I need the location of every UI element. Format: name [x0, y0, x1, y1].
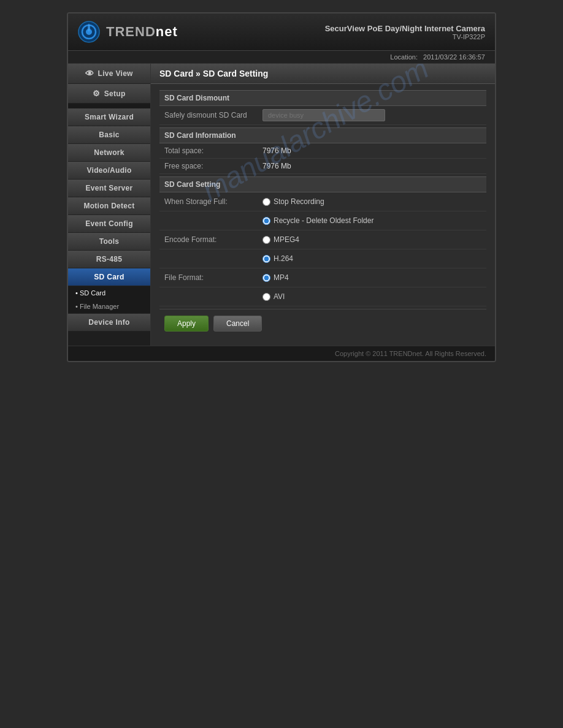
total-space-value: 7976 Mb: [258, 143, 486, 159]
location-label: Location:: [390, 53, 418, 61]
avi-label: AVI: [274, 292, 285, 301]
empty-cell-3: [159, 287, 258, 306]
content-inner: SD Card Dismount Safely dismount SD Card…: [151, 84, 495, 344]
table-row: Safely dismount SD Card: [159, 106, 486, 125]
sidebar: 👁 Live View ⚙ Setup Smart Wizard Basic N…: [68, 64, 151, 346]
live-view-icon: 👁: [85, 69, 94, 78]
mp4-option[interactable]: MP4: [262, 271, 481, 284]
dismount-table: Safely dismount SD Card: [159, 106, 486, 125]
apply-button[interactable]: Apply: [164, 316, 209, 332]
page-title: SD Card » SD Card Setting: [151, 64, 495, 84]
location-value: 2011/03/22 16:36:57: [423, 53, 485, 61]
sidebar-item-video-audio[interactable]: Video/Audio: [68, 162, 150, 180]
avi-option[interactable]: AVI: [262, 290, 481, 303]
sidebar-item-event-server[interactable]: Event Server: [68, 180, 150, 197]
live-view-button[interactable]: 👁 Live View: [68, 64, 150, 84]
mp4-radio[interactable]: [262, 274, 270, 282]
table-row: Total space: 7976 Mb: [159, 143, 486, 159]
section-header-dismount: SD Card Dismount: [159, 90, 486, 106]
encode-option-h264: H.264: [258, 249, 486, 268]
information-table: Total space: 7976 Mb Free space: 7976 Mb: [159, 143, 486, 174]
location-bar: Location: 2011/03/22 16:36:57: [68, 51, 495, 64]
h264-radio[interactable]: [262, 255, 270, 263]
table-row: Recycle - Delete Oldest Folder: [159, 211, 486, 230]
live-view-label: Live View: [98, 69, 133, 78]
table-row: AVI: [159, 287, 486, 306]
header: TRENDnet SecurView PoE Day/Night Interne…: [68, 13, 495, 51]
logo-text: TRENDnet: [106, 24, 178, 40]
empty-cell: [159, 211, 258, 230]
h264-option[interactable]: H.264: [262, 252, 481, 265]
storage-option-recycle: Recycle - Delete Oldest Folder: [258, 211, 486, 230]
dismount-input-cell: [258, 106, 486, 125]
h264-label: H.264: [274, 254, 293, 263]
sidebar-item-device-info[interactable]: Device Info: [68, 314, 150, 332]
sd-card-submenu: • SD Card • File Manager: [68, 286, 150, 314]
recycle-label: Recycle - Delete Oldest Folder: [274, 216, 373, 225]
recycle-radio[interactable]: [262, 217, 270, 225]
file-option-avi: AVI: [258, 287, 486, 306]
footer-text: Copyright © 2011 TRENDnet. All Rights Re…: [335, 350, 486, 357]
total-space-label: Total space:: [159, 143, 258, 159]
mp4-label: MP4: [274, 273, 289, 282]
sidebar-item-motion-detect[interactable]: Motion Detect: [68, 197, 150, 215]
storage-option-stop: Stop Recording: [258, 192, 486, 211]
sd-card-sub-file-manager[interactable]: • File Manager: [68, 300, 150, 313]
sidebar-item-smart-wizard[interactable]: Smart Wizard: [68, 108, 150, 126]
sidebar-item-basic[interactable]: Basic: [68, 126, 150, 144]
setting-table: When Storage Full: Stop Recording: [159, 192, 486, 306]
avi-radio[interactable]: [262, 293, 270, 301]
when-storage-full-label: When Storage Full:: [159, 192, 258, 211]
footer: Copyright © 2011 TRENDnet. All Rights Re…: [68, 346, 495, 361]
sidebar-item-sd-card[interactable]: SD Card: [68, 268, 150, 286]
stop-recording-radio[interactable]: [262, 198, 270, 206]
camera-model: TV-IP322P: [325, 33, 485, 40]
camera-title: SecurView PoE Day/Night Internet Camera: [325, 24, 485, 33]
recycle-option[interactable]: Recycle - Delete Oldest Folder: [262, 214, 481, 227]
sidebar-item-network[interactable]: Network: [68, 144, 150, 162]
table-row: When Storage Full: Stop Recording: [159, 192, 486, 211]
logo-net: net: [156, 24, 178, 39]
cancel-button[interactable]: Cancel: [213, 316, 262, 332]
encode-option-mpeg4: MPEG4: [258, 230, 486, 249]
encode-format-label: Encode Format:: [159, 230, 258, 249]
free-space-value: 7976 Mb: [258, 159, 486, 174]
logo-area: TRENDnet: [78, 21, 178, 43]
sidebar-item-tools[interactable]: Tools: [68, 233, 150, 251]
mpeg4-label: MPEG4: [274, 235, 299, 244]
file-format-label: File Format:: [159, 268, 258, 287]
table-row: Encode Format: MPEG4: [159, 230, 486, 249]
button-row: Apply Cancel: [159, 309, 486, 338]
header-right: SecurView PoE Day/Night Internet Camera …: [325, 24, 485, 40]
content-area: manualarchive.com SD Card » SD Card Sett…: [151, 64, 495, 346]
stop-recording-label: Stop Recording: [274, 197, 324, 206]
dismount-input[interactable]: [262, 109, 385, 121]
mpeg4-option[interactable]: MPEG4: [262, 233, 481, 246]
file-option-mp4: MP4: [258, 268, 486, 287]
setup-label: Setup: [104, 89, 126, 98]
logo-trend: TREND: [106, 24, 156, 39]
section-header-information: SD Card Information: [159, 127, 486, 143]
sidebar-item-rs485[interactable]: RS-485: [68, 251, 150, 268]
empty-cell-2: [159, 249, 258, 268]
mpeg4-radio[interactable]: [262, 236, 270, 244]
setup-button[interactable]: ⚙ Setup: [68, 84, 150, 104]
sidebar-item-event-config[interactable]: Event Config: [68, 215, 150, 233]
stop-recording-option[interactable]: Stop Recording: [262, 195, 481, 208]
section-header-setting: SD Card Setting: [159, 176, 486, 192]
trendnet-logo-icon: [78, 21, 100, 43]
table-row: File Format: MP4: [159, 268, 486, 287]
setup-icon: ⚙: [93, 89, 100, 98]
free-space-label: Free space:: [159, 159, 258, 174]
table-row: Free space: 7976 Mb: [159, 159, 486, 174]
main-layout: 👁 Live View ⚙ Setup Smart Wizard Basic N…: [68, 64, 495, 346]
table-row: H.264: [159, 249, 486, 268]
dismount-label: Safely dismount SD Card: [159, 106, 258, 125]
sd-card-sub-sd-card[interactable]: • SD Card: [68, 286, 150, 300]
